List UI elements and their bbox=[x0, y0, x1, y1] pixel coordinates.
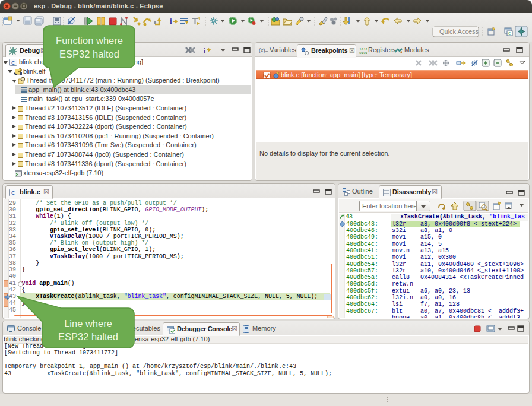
svg-text:C: C bbox=[508, 31, 511, 36]
svg-text:Quick Access: Quick Access bbox=[439, 28, 479, 35]
svg-text:i: i bbox=[170, 17, 172, 26]
svg-text:(x)=: (x)= bbox=[259, 47, 268, 53]
svg-text:C: C bbox=[11, 190, 15, 196]
svg-text:i: i bbox=[204, 47, 206, 55]
svg-text:0101: 0101 bbox=[359, 51, 367, 55]
